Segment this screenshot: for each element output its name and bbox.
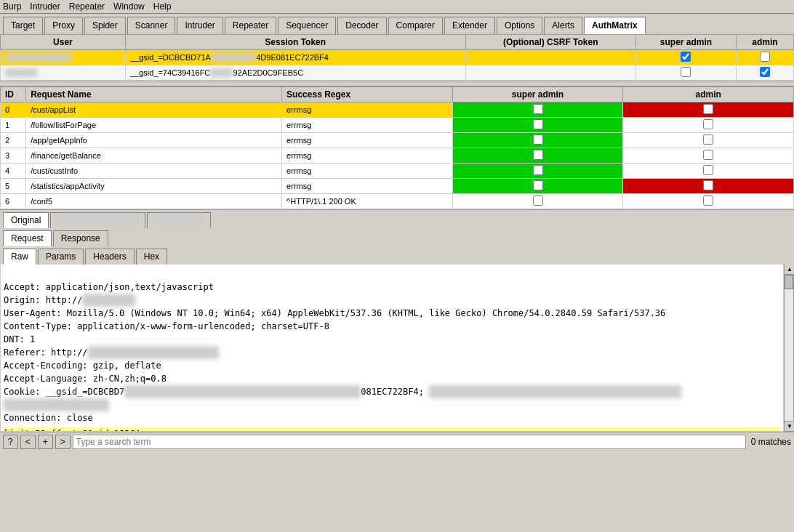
req-admin-0 bbox=[623, 102, 794, 118]
req-name-3: /finance/getBalance bbox=[26, 148, 282, 164]
next-match-button[interactable]: > bbox=[55, 435, 71, 449]
req-super-admin-5 bbox=[452, 179, 623, 194]
scroll-up-button[interactable]: ▲ bbox=[785, 265, 794, 275]
menu-repeater[interactable]: Repeater bbox=[69, 1, 105, 12]
super-admin-check-1[interactable] bbox=[636, 65, 737, 81]
menubar: Burp Intruder Repeater Window Help bbox=[0, 0, 794, 14]
user-cell-0: lis████@██.com bbox=[1, 50, 126, 65]
req-row-2[interactable]: 2 /app/getAppInfo errmsg bbox=[1, 133, 794, 148]
req-admin-3 bbox=[623, 148, 794, 164]
csrf-cell-1 bbox=[465, 65, 636, 81]
req-regex-1: errmsg bbox=[282, 118, 453, 133]
request-body: Accept: application/json,text/javascript… bbox=[0, 265, 784, 432]
subtab-original[interactable]: Original bbox=[3, 212, 49, 228]
subtab-params[interactable]: Params bbox=[38, 249, 84, 265]
tab-alerts[interactable]: Alerts bbox=[544, 17, 582, 34]
req-id-4: 4 bbox=[1, 164, 26, 179]
add-button[interactable]: + bbox=[38, 435, 53, 449]
scroll-track bbox=[785, 275, 793, 421]
session-cell-0: __gsid_=DCBCBD71A████████4D9E081EC722BF4 bbox=[125, 50, 465, 65]
prev-match-button[interactable]: < bbox=[20, 435, 36, 449]
col-super-admin: super admin bbox=[636, 35, 737, 50]
menu-intruder[interactable]: Intruder bbox=[30, 1, 60, 12]
subtab-raw[interactable]: Raw bbox=[3, 249, 36, 265]
req-regex-3: errmsg bbox=[282, 148, 453, 164]
req-res-tabs: Request Response bbox=[0, 228, 794, 246]
tab-target[interactable]: Target bbox=[3, 17, 43, 34]
user-row-1: █@██m __gsid_=74C39416FC████92AE2D0C9FEB… bbox=[1, 65, 794, 81]
req-super-admin-6 bbox=[452, 194, 623, 209]
tab-comparer[interactable]: Comparer bbox=[388, 17, 443, 34]
subtab-user2[interactable]: l██!@██.m bbox=[147, 212, 211, 228]
user-cell-1: █@██m bbox=[1, 65, 126, 81]
subtab-request[interactable]: Request bbox=[3, 230, 52, 246]
tab-spider[interactable]: Spider bbox=[84, 17, 126, 34]
col-req-super-admin: super admin bbox=[452, 87, 623, 102]
req-name-5: /statistics/appActivity bbox=[26, 179, 282, 194]
req-name-2: /app/getAppInfo bbox=[26, 133, 282, 148]
req-row-6[interactable]: 6 /conf5 ^HTTP/1\.1 200 OK bbox=[1, 194, 794, 209]
help-button[interactable]: ? bbox=[3, 435, 18, 449]
req-regex-4: errmsg bbox=[282, 164, 453, 179]
req-super-admin-3 bbox=[452, 148, 623, 164]
req-row-3[interactable]: 3 /finance/getBalance errmsg bbox=[1, 148, 794, 164]
req-name-6: /conf5 bbox=[26, 194, 282, 209]
tab-intruder[interactable]: Intruder bbox=[177, 17, 222, 34]
request-content-area: Accept: application/json,text/javascript… bbox=[0, 265, 794, 432]
req-id-3: 3 bbox=[1, 148, 26, 164]
separator bbox=[0, 81, 794, 86]
tab-extender[interactable]: Extender bbox=[444, 17, 495, 34]
scroll-thumb[interactable] bbox=[785, 275, 793, 289]
user-sub-tabs: Original l████@c████.om l██!@██.m bbox=[0, 209, 794, 228]
req-admin-6 bbox=[623, 194, 794, 209]
tab-proxy[interactable]: Proxy bbox=[44, 17, 83, 34]
req-row-5[interactable]: 5 /statistics/appActivity errmsg bbox=[1, 179, 794, 194]
session-cell-1: __gsid_=74C39416FC████92AE2D0C9FEB5C bbox=[125, 65, 465, 81]
req-row-4[interactable]: 4 /cust/custInfo errmsg bbox=[1, 164, 794, 179]
subtab-hex[interactable]: Hex bbox=[136, 249, 167, 265]
tab-scanner[interactable]: Scanner bbox=[127, 17, 176, 34]
format-tabs: Raw Params Headers Hex bbox=[0, 246, 794, 265]
tab-sequencer[interactable]: Sequencer bbox=[278, 17, 336, 34]
req-regex-2: errmsg bbox=[282, 133, 453, 148]
tab-repeater[interactable]: Repeater bbox=[225, 17, 276, 34]
req-admin-4 bbox=[623, 164, 794, 179]
subtab-user1[interactable]: l████@c████.om bbox=[50, 212, 145, 228]
admin-check-0[interactable] bbox=[736, 50, 793, 65]
subtab-headers[interactable]: Headers bbox=[85, 249, 134, 265]
req-name-4: /cust/custInfo bbox=[26, 164, 282, 179]
search-input[interactable] bbox=[73, 435, 746, 449]
authmatrix-panel: User Session Token (Optional) CSRF Token… bbox=[0, 34, 794, 451]
col-csrf-token: (Optional) CSRF Token bbox=[465, 35, 636, 50]
req-name-0: /cust/appList bbox=[26, 102, 282, 118]
col-session-token: Session Token bbox=[125, 35, 465, 50]
tab-decoder[interactable]: Decoder bbox=[337, 17, 386, 34]
req-name-1: /follow/listForPage bbox=[26, 118, 282, 133]
menu-help[interactable]: Help bbox=[153, 1, 172, 12]
req-row-0[interactable]: 0 /cust/appList errmsg bbox=[1, 102, 794, 118]
req-regex-5: errmsg bbox=[282, 179, 453, 194]
admin-check-1[interactable] bbox=[736, 65, 793, 81]
req-id-5: 5 bbox=[1, 179, 26, 194]
user-row-0: lis████@██.com __gsid_=DCBCBD71A████████… bbox=[1, 50, 794, 65]
csrf-cell-0 bbox=[465, 50, 636, 65]
req-regex-0: errmsg bbox=[282, 102, 453, 118]
req-super-admin-4 bbox=[452, 164, 623, 179]
tab-authmatrix[interactable]: AuthMatrix bbox=[584, 17, 646, 34]
req-super-admin-0 bbox=[452, 102, 623, 118]
req-row-1[interactable]: 1 /follow/listForPage errmsg bbox=[1, 118, 794, 133]
col-request-name: Request Name bbox=[26, 87, 282, 102]
subtab-response[interactable]: Response bbox=[53, 230, 108, 246]
req-id-2: 2 bbox=[1, 133, 26, 148]
super-admin-check-0[interactable] bbox=[636, 50, 737, 65]
scroll-down-button[interactable]: ▼ bbox=[785, 421, 794, 431]
req-admin-5 bbox=[623, 179, 794, 194]
search-bar: ? < + > 0 matches bbox=[0, 432, 794, 451]
user-table: User Session Token (Optional) CSRF Token… bbox=[0, 34, 794, 81]
request-table: ID Request Name Success Regex super admi… bbox=[0, 86, 794, 209]
vertical-scrollbar[interactable]: ▲ ▼ bbox=[784, 265, 794, 432]
col-success-regex: Success Regex bbox=[282, 87, 453, 102]
tab-options[interactable]: Options bbox=[497, 17, 542, 34]
menu-window[interactable]: Window bbox=[113, 1, 145, 12]
menu-burp[interactable]: Burp bbox=[3, 1, 21, 12]
